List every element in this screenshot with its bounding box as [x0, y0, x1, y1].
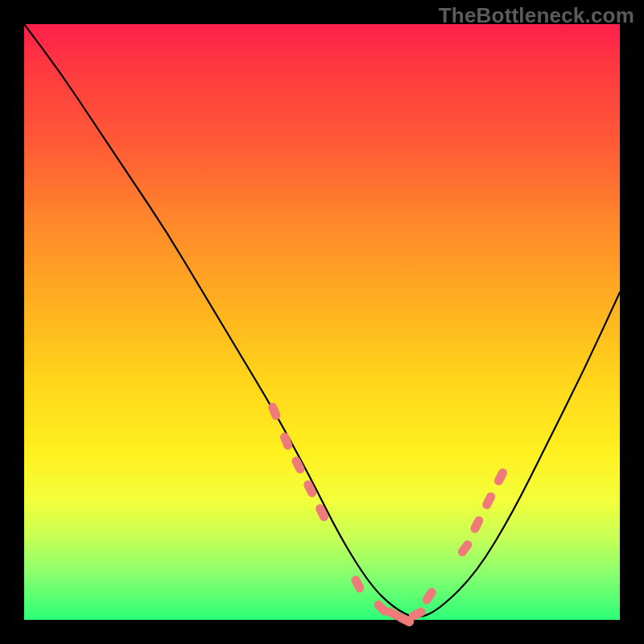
chart-frame: TheBottleneck.com [0, 0, 644, 644]
plot-area [24, 24, 620, 620]
curve-marker [456, 539, 474, 558]
marker-group [267, 402, 509, 628]
curve-marker [421, 586, 438, 605]
curve-marker [481, 491, 497, 511]
curve-marker [493, 467, 509, 487]
curve-marker [350, 574, 366, 594]
bottleneck-curve [24, 24, 620, 617]
chart-svg [24, 24, 620, 620]
curve-marker [469, 514, 485, 535]
